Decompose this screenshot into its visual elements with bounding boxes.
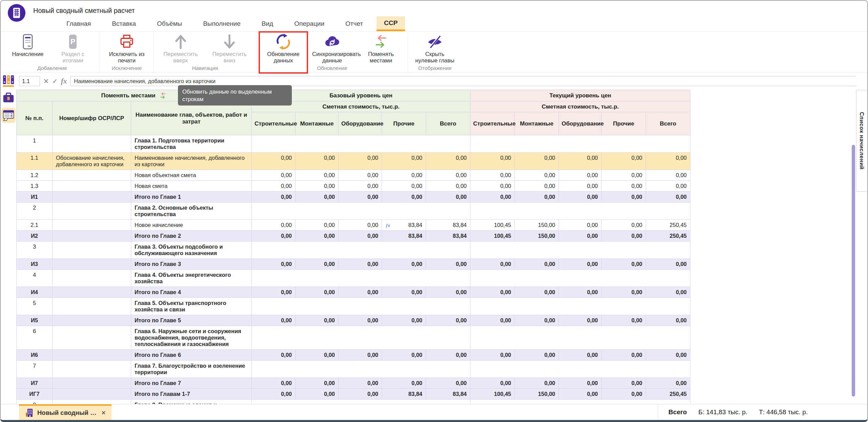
cell-value[interactable]: 0,00	[252, 192, 296, 203]
cell-value[interactable]: 0,00	[559, 153, 602, 170]
close-tab-icon[interactable]: ✕	[101, 409, 106, 417]
cell-value[interactable]: 0,00	[646, 153, 690, 170]
menu-tab[interactable]: Выполнение	[196, 16, 248, 31]
cell-value[interactable]: 250,45	[646, 231, 690, 242]
cell-name[interactable]: Итого по Главе 6	[131, 350, 252, 361]
cell-num[interactable]: 4	[17, 270, 53, 287]
cell-reference-input[interactable]	[19, 76, 40, 86]
cell-num[interactable]: 6	[17, 326, 53, 350]
ribbon-button[interactable]: Синхронизировать данные	[309, 33, 356, 64]
cell-value[interactable]: 0,00	[296, 192, 339, 203]
cell-value[interactable]: 0,00	[339, 153, 382, 170]
menu-tab[interactable]: ССР	[377, 16, 405, 31]
cell-value[interactable]: 0,00	[559, 350, 602, 361]
cell-value[interactable]: 0,00	[296, 153, 339, 170]
cell-justification[interactable]	[53, 326, 131, 350]
cell-name[interactable]: Глава 4. Объекты энергетического хозяйст…	[131, 270, 252, 287]
cell-value[interactable]: 0,00	[382, 259, 426, 270]
cell-value[interactable]: 0,00	[382, 350, 426, 361]
cell-value[interactable]: 0,00	[339, 389, 382, 400]
cell-value[interactable]: 0,00	[602, 181, 646, 192]
cell-num[interactable]: 5	[17, 298, 53, 315]
cell-value[interactable]: 83,84	[426, 231, 470, 242]
cell-num[interactable]: 2.1	[17, 220, 53, 231]
cell-value[interactable]: 0,00	[426, 378, 470, 389]
cell-justification[interactable]: Обоснование начисления, добавленного из …	[53, 153, 131, 170]
ribbon-button[interactable]: Исключить из печати	[103, 33, 150, 64]
cell-value[interactable]: 0,00	[559, 220, 602, 231]
cell-justification[interactable]	[53, 270, 131, 287]
cell-value[interactable]: 0,00	[339, 315, 382, 326]
function-icon[interactable]: fx	[61, 77, 67, 85]
vertical-scrollbar[interactable]	[852, 145, 855, 397]
cell-justification[interactable]	[53, 378, 131, 389]
column-header[interactable]: Всего	[426, 112, 470, 135]
ribbon-button[interactable]: Скрыть нулевые главы	[411, 33, 458, 64]
cell-name[interactable]: Итого по Главе 5	[131, 315, 252, 326]
column-header[interactable]: № п.п.	[17, 101, 53, 135]
cell-value[interactable]: 0,00	[252, 378, 296, 389]
cell-value[interactable]: 0,00	[252, 220, 296, 231]
cell-value[interactable]: 0,00	[339, 378, 382, 389]
cell-value[interactable]: 250,45	[646, 220, 690, 231]
cell-value[interactable]: 0,00	[339, 220, 382, 231]
cell-name[interactable]: Итого по Главе 3	[131, 259, 252, 270]
estimate-table-icon[interactable]	[1, 108, 16, 123]
cell-name[interactable]: Итого по Главе 4	[131, 287, 252, 298]
ribbon-button[interactable]: Начисление	[8, 33, 47, 64]
cell-value[interactable]: 0,00	[296, 378, 339, 389]
column-header[interactable]: Строительные	[252, 112, 296, 135]
table-row[interactable]: 2.1Новое начисление0,000,000,0083,84ƒx83…	[17, 220, 690, 231]
cell-value[interactable]: 0,00	[339, 259, 382, 270]
cell-justification[interactable]	[53, 400, 131, 405]
cell-value[interactable]: 0,00	[339, 287, 382, 298]
cell-value[interactable]: 0,00	[602, 287, 646, 298]
cell-value[interactable]: 0,00	[296, 389, 339, 400]
cell-name[interactable]: Итого по Главе 7	[131, 378, 252, 389]
cell-value[interactable]: 0,00	[382, 315, 426, 326]
cell-name[interactable]: Итого по Главе 1	[131, 192, 252, 203]
cell-num[interactable]: 3	[17, 242, 53, 259]
cell-value[interactable]: 100,45	[470, 389, 515, 400]
column-header[interactable]: Монтажные	[515, 112, 559, 135]
table-row[interactable]: 1.3Новая смета0,000,000,000,000,000,000,…	[17, 181, 690, 192]
cell-name[interactable]: Итого по Главе 2	[131, 231, 252, 242]
cell-value[interactable]: 0,00	[559, 315, 602, 326]
cell-value[interactable]: 0,00	[559, 259, 602, 270]
table-row[interactable]: 4Глава 4. Объекты энергетического хозяйс…	[17, 270, 690, 287]
cell-value[interactable]: 0,00	[252, 350, 296, 361]
table-row[interactable]: 1Глава 1. Подготовка территории строител…	[17, 135, 690, 153]
cell-empty[interactable]	[470, 298, 690, 315]
cell-value[interactable]: 0,00	[559, 389, 602, 400]
cell-value[interactable]: 0,00	[602, 315, 646, 326]
cell-empty[interactable]	[252, 203, 470, 220]
table-row[interactable]: 7Глава 7. Благоустройство и озеленение т…	[17, 361, 690, 378]
cell-justification[interactable]	[53, 298, 131, 315]
cell-name[interactable]: Глава 6. Наружные сети и сооружения водо…	[131, 326, 252, 350]
cell-value[interactable]: 83,84	[382, 389, 426, 400]
cell-value[interactable]: 0,00	[470, 259, 515, 270]
cell-value[interactable]: 0,00	[426, 170, 470, 181]
cell-value[interactable]: 0,00	[339, 350, 382, 361]
column-header[interactable]: Оборудование	[339, 112, 382, 135]
cell-empty[interactable]	[252, 400, 470, 405]
table-row[interactable]: 5Глава 5. Объекты транспортного хозяйств…	[17, 298, 690, 315]
table-row[interactable]: И4Итого по Главе 40,000,000,000,000,000,…	[17, 287, 690, 298]
cell-value[interactable]: 0,00	[426, 153, 470, 170]
cell-empty[interactable]	[470, 135, 690, 153]
cell-name[interactable]: Глава 5. Объекты транспортного хозяйства…	[131, 298, 252, 315]
cell-value[interactable]: 0,00	[646, 287, 690, 298]
cell-name[interactable]: Глава 3. Объекты подсобного и обслуживаю…	[131, 242, 252, 259]
cell-name[interactable]: Новая смета	[131, 181, 252, 192]
cell-num[interactable]: 1.3	[17, 181, 53, 192]
ribbon-button[interactable]: Переместить вниз	[206, 33, 253, 64]
confirm-icon[interactable]: ✓	[52, 77, 58, 85]
cell-value[interactable]: 100,45	[470, 220, 515, 231]
cell-num[interactable]: И5	[17, 315, 53, 326]
cell-num[interactable]: И7	[17, 378, 53, 389]
cell-value[interactable]: 0,00	[470, 315, 515, 326]
cell-value[interactable]: 0,00	[252, 153, 296, 170]
cell-value[interactable]: 0,00	[602, 170, 646, 181]
cell-num[interactable]: И1	[17, 192, 53, 203]
column-header[interactable]: Номер/шифр ОСР/ЛСР	[53, 101, 131, 135]
